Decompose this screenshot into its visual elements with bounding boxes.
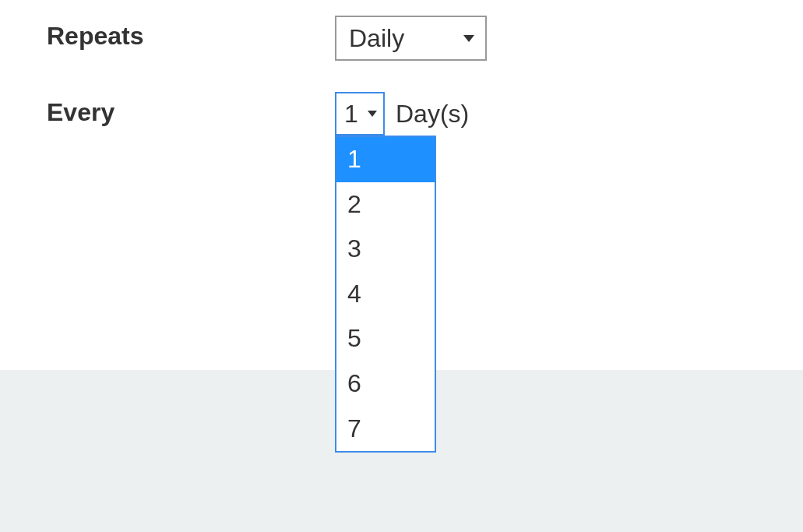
every-label: Every bbox=[47, 92, 335, 127]
dropdown-option[interactable]: 1 bbox=[336, 137, 435, 182]
every-value: 1 bbox=[344, 100, 358, 129]
chevron-down-icon bbox=[368, 111, 377, 117]
dropdown-option[interactable]: 2 bbox=[336, 182, 435, 227]
dropdown-option[interactable]: 4 bbox=[336, 272, 435, 317]
every-select[interactable]: 1 bbox=[335, 92, 385, 136]
repeats-value: Daily bbox=[349, 24, 404, 53]
repeats-label: Repeats bbox=[47, 16, 335, 51]
every-unit-label: Day(s) bbox=[396, 100, 469, 129]
every-row: Every 1 Day(s) 1234567 bbox=[47, 92, 803, 136]
recurrence-form: Repeats Daily Every 1 Day(s) 1234567 bbox=[0, 0, 803, 136]
dropdown-option[interactable]: 5 bbox=[336, 316, 435, 361]
dropdown-option[interactable]: 3 bbox=[336, 227, 435, 272]
dropdown-option[interactable]: 6 bbox=[336, 361, 435, 407]
chevron-down-icon bbox=[463, 35, 474, 42]
repeats-select[interactable]: Daily bbox=[335, 16, 487, 61]
every-dropdown-list: 1234567 bbox=[335, 136, 436, 453]
dropdown-option[interactable]: 7 bbox=[336, 407, 435, 452]
repeats-row: Repeats Daily bbox=[47, 16, 803, 61]
every-select-wrapper: 1 Day(s) 1234567 bbox=[335, 92, 469, 136]
